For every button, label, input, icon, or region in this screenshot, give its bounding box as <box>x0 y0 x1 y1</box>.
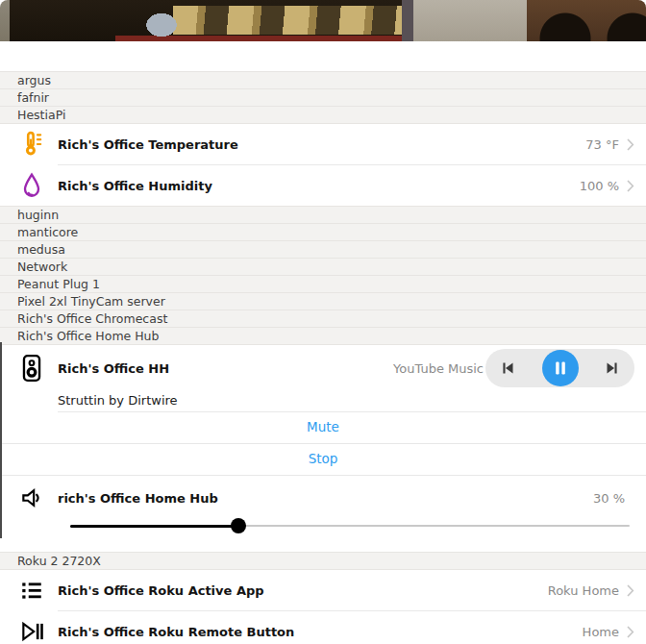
list-item-label: manticore <box>17 225 78 239</box>
list-item-network[interactable]: Network <box>0 259 646 276</box>
list-item-label: huginn <box>17 208 59 222</box>
list-item-hestiapi[interactable]: HestiaPi <box>0 107 646 124</box>
list-item-medusa[interactable]: medusa <box>0 241 646 259</box>
stop-button[interactable]: Stop <box>0 444 646 475</box>
header-photo <box>0 0 646 41</box>
chevron-right-icon <box>627 180 634 192</box>
host-list-group-c: Roku 2 2720X <box>0 552 646 570</box>
media-player-card: Rich's Office HH YouTube Music Struttin … <box>0 345 646 544</box>
list-item-label: HestiaPi <box>17 108 65 122</box>
volume-slider-knob[interactable] <box>231 518 246 533</box>
list-item-chromecast[interactable]: Rich's Office Chromecast <box>0 310 646 328</box>
skip-next-button[interactable] <box>602 358 623 379</box>
list-item-home-hub[interactable]: Rich's Office Home Hub <box>0 328 646 345</box>
host-list-group-a: argus fafnir HestiaPi <box>0 71 646 124</box>
roku-remote-label: Rich's Office Roku Remote Button <box>58 625 583 639</box>
roku-active-app-value: Roku Home <box>548 583 619 598</box>
volume-slider-fill <box>70 525 238 528</box>
list-item-label: Network <box>17 260 67 274</box>
skip-previous-button[interactable] <box>497 358 518 379</box>
volume-icon <box>19 485 58 510</box>
spacer <box>0 544 646 552</box>
list-item-label: Rich's Office Home Hub <box>17 329 159 343</box>
thermometer-icon <box>19 131 58 158</box>
temperature-row[interactable]: Rich's Office Temperature 73 °F <box>0 124 646 164</box>
list-item-huginn[interactable]: huginn <box>0 207 646 224</box>
play-pause-icon <box>19 619 58 644</box>
list-item-label: fafnir <box>17 90 49 105</box>
roku-remote-button-row[interactable]: Rich's Office Roku Remote Button Home <box>0 611 646 644</box>
water-drop-icon <box>19 172 58 199</box>
volume-row: rich's Office Home Hub 30 % <box>0 476 646 512</box>
volume-slider[interactable] <box>70 512 630 544</box>
roku-active-app-label: Rich's Office Roku Active App <box>58 583 548 598</box>
media-player-row[interactable]: Rich's Office HH YouTube Music <box>0 345 646 391</box>
list-item-peanut-plug[interactable]: Peanut Plug 1 <box>0 276 646 293</box>
humidity-label: Rich's Office Humidity <box>58 179 580 193</box>
humidity-row[interactable]: Rich's Office Humidity 100 % <box>0 165 646 206</box>
list-item-label: Rich's Office Chromecast <box>17 311 167 326</box>
spacer <box>0 41 646 71</box>
list-icon <box>19 578 58 603</box>
media-controls <box>485 349 634 387</box>
list-item-label: Pixel 2xl TinyCam server <box>17 294 165 309</box>
list-item-tinycam[interactable]: Pixel 2xl TinyCam server <box>0 293 646 310</box>
media-player-label: Rich's Office HH <box>58 361 393 376</box>
list-item-label: Roku 2 2720X <box>17 554 101 568</box>
pause-button[interactable] <box>542 350 579 386</box>
volume-label: rich's Office Home Hub <box>58 491 593 506</box>
mute-button[interactable]: Mute <box>0 412 646 443</box>
volume-value: 30 % <box>593 491 625 506</box>
speaker-icon <box>19 354 58 383</box>
humidity-value: 100 % <box>580 179 619 193</box>
list-item-manticore[interactable]: manticore <box>0 224 646 241</box>
roku-remote-value: Home <box>583 625 619 639</box>
chevron-right-icon <box>627 138 634 151</box>
list-item-label: argus <box>17 73 51 87</box>
roku-active-app-row[interactable]: Rich's Office Roku Active App Roku Home <box>0 570 646 610</box>
chevron-right-icon <box>627 626 634 638</box>
list-item-argus[interactable]: argus <box>0 72 646 89</box>
host-list-group-b: huginn manticore medusa Network Peanut P… <box>0 206 646 345</box>
scroll-indicator[interactable] <box>0 342 2 538</box>
media-app-name: YouTube Music <box>393 361 484 376</box>
media-track-title: Struttin by Dirtwire <box>58 391 646 411</box>
temperature-label: Rich's Office Temperature <box>58 137 585 152</box>
list-item-label: medusa <box>17 242 65 257</box>
list-item-roku[interactable]: Roku 2 2720X <box>0 553 646 570</box>
list-item-label: Peanut Plug 1 <box>17 277 100 291</box>
temperature-value: 73 °F <box>585 137 619 152</box>
chevron-right-icon <box>627 584 634 597</box>
list-item-fafnir[interactable]: fafnir <box>0 89 646 107</box>
